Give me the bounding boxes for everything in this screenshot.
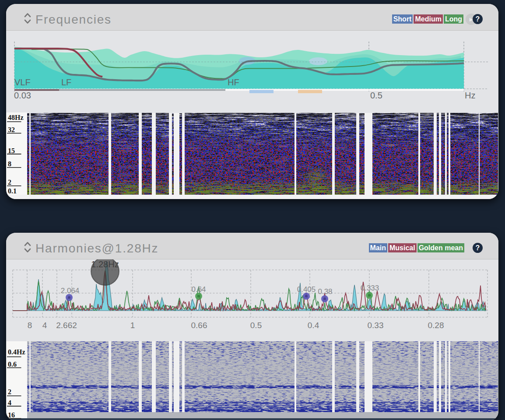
svg-text:4: 4: [42, 321, 47, 330]
svg-text:4: 4: [8, 399, 11, 406]
svg-text:0.6: 0.6: [8, 360, 17, 368]
svg-text:0.38: 0.38: [318, 287, 332, 296]
svg-text:48Hz: 48Hz: [8, 114, 24, 121]
svg-text:LF: LF: [61, 77, 71, 87]
svg-text:16: 16: [8, 411, 15, 419]
svg-text:0.5: 0.5: [250, 321, 262, 330]
svg-text:Hz: Hz: [465, 91, 475, 100]
svg-text:HF: HF: [228, 77, 239, 87]
svg-text:8: 8: [28, 321, 32, 330]
svg-text:0.405: 0.405: [297, 285, 316, 294]
svg-text:VLF: VLF: [14, 77, 31, 87]
svg-text:8: 8: [8, 160, 11, 168]
svg-text:0.4: 0.4: [308, 321, 319, 330]
svg-text:0.28: 0.28: [428, 321, 444, 330]
svg-text:0.03: 0.03: [14, 91, 31, 100]
svg-text:0.333: 0.333: [361, 284, 379, 292]
svg-text:32: 32: [8, 126, 15, 133]
svg-text:0.4Hz: 0.4Hz: [8, 348, 25, 356]
svg-text:2.064: 2.064: [61, 287, 80, 295]
svg-text:0.64: 0.64: [191, 285, 206, 294]
svg-text:1.28Hz: 1.28Hz: [91, 259, 119, 269]
svg-text:15: 15: [8, 147, 15, 154]
svg-text:0.33: 0.33: [368, 321, 384, 330]
svg-text:2: 2: [8, 388, 11, 396]
svg-text:1: 1: [130, 321, 135, 330]
svg-text:2.662: 2.662: [56, 321, 77, 330]
svg-text:0.66: 0.66: [191, 321, 207, 330]
svg-text:2: 2: [8, 178, 11, 186]
svg-text:0.1: 0.1: [8, 187, 17, 195]
svg-text:0.5: 0.5: [370, 91, 382, 100]
